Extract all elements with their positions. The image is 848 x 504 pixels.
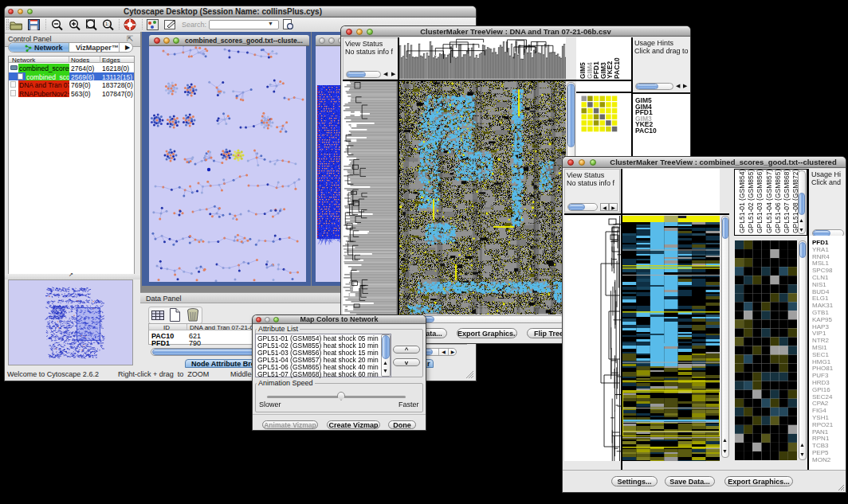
svg-text:1:1: 1:1 xyxy=(105,21,112,26)
